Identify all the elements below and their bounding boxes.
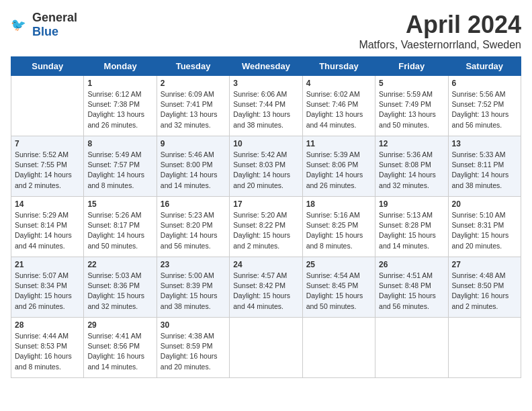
calendar-cell: 11Sunrise: 5:39 AM Sunset: 8:06 PM Dayli… bbox=[302, 136, 375, 197]
calendar-cell: 28Sunrise: 4:44 AM Sunset: 8:53 PM Dayli… bbox=[11, 318, 84, 378]
day-number: 3 bbox=[233, 79, 298, 88]
day-number: 6 bbox=[452, 79, 517, 88]
day-number: 28 bbox=[15, 320, 80, 330]
calendar-cell: 27Sunrise: 4:48 AM Sunset: 8:50 PM Dayli… bbox=[448, 257, 521, 318]
day-info: Sunrise: 6:06 AM Sunset: 7:44 PM Dayligh… bbox=[233, 89, 298, 130]
calendar-cell: 10Sunrise: 5:42 AM Sunset: 8:03 PM Dayli… bbox=[230, 136, 302, 197]
day-number: 2 bbox=[161, 79, 226, 88]
day-number: 5 bbox=[379, 79, 444, 88]
day-number: 10 bbox=[233, 139, 298, 148]
day-info: Sunrise: 5:00 AM Sunset: 8:39 PM Dayligh… bbox=[161, 271, 226, 312]
day-number: 22 bbox=[87, 260, 152, 269]
calendar-table: SundayMondayTuesdayWednesdayThursdayFrid… bbox=[11, 56, 521, 378]
calendar-cell: 29Sunrise: 4:41 AM Sunset: 8:56 PM Dayli… bbox=[84, 318, 157, 378]
day-number: 12 bbox=[379, 139, 444, 148]
calendar-header-row: SundayMondayTuesdayWednesdayThursdayFrid… bbox=[11, 57, 521, 76]
calendar-cell: 3Sunrise: 6:06 AM Sunset: 7:44 PM Daylig… bbox=[230, 76, 302, 136]
day-info: Sunrise: 5:39 AM Sunset: 8:06 PM Dayligh… bbox=[306, 150, 371, 191]
location-title: Matfors, Vaesternorrland, Sweden bbox=[359, 39, 521, 51]
calendar-cell: 19Sunrise: 5:13 AM Sunset: 8:28 PM Dayli… bbox=[375, 197, 448, 257]
day-number: 9 bbox=[161, 139, 226, 148]
day-info: Sunrise: 4:41 AM Sunset: 8:56 PM Dayligh… bbox=[87, 331, 152, 372]
day-info: Sunrise: 6:02 AM Sunset: 7:46 PM Dayligh… bbox=[306, 89, 371, 130]
day-header-wednesday: Wednesday bbox=[230, 57, 302, 76]
calendar-cell: 22Sunrise: 5:03 AM Sunset: 8:36 PM Dayli… bbox=[84, 257, 157, 318]
day-info: Sunrise: 4:38 AM Sunset: 8:59 PM Dayligh… bbox=[161, 331, 226, 372]
day-number: 7 bbox=[15, 139, 80, 148]
calendar-cell: 8Sunrise: 5:49 AM Sunset: 7:57 PM Daylig… bbox=[84, 136, 157, 197]
day-header-friday: Friday bbox=[375, 57, 448, 76]
calendar-cell: 13Sunrise: 5:33 AM Sunset: 8:11 PM Dayli… bbox=[448, 136, 521, 197]
day-number: 23 bbox=[161, 260, 226, 269]
day-info: Sunrise: 6:12 AM Sunset: 7:38 PM Dayligh… bbox=[87, 89, 152, 130]
calendar-cell: 15Sunrise: 5:26 AM Sunset: 8:17 PM Dayli… bbox=[84, 197, 157, 257]
day-number: 21 bbox=[15, 260, 80, 269]
calendar-cell: 5Sunrise: 5:59 AM Sunset: 7:49 PM Daylig… bbox=[375, 76, 448, 136]
day-number: 13 bbox=[452, 139, 517, 148]
calendar-week-row: 21Sunrise: 5:07 AM Sunset: 8:34 PM Dayli… bbox=[11, 257, 521, 318]
day-info: Sunrise: 4:57 AM Sunset: 8:42 PM Dayligh… bbox=[233, 271, 298, 312]
day-info: Sunrise: 4:48 AM Sunset: 8:50 PM Dayligh… bbox=[452, 271, 517, 312]
day-info: Sunrise: 5:49 AM Sunset: 7:57 PM Dayligh… bbox=[87, 150, 152, 191]
day-number: 24 bbox=[233, 260, 298, 269]
title-area: April 2024 Matfors, Vaesternorrland, Swe… bbox=[359, 11, 521, 51]
day-info: Sunrise: 5:52 AM Sunset: 7:55 PM Dayligh… bbox=[15, 150, 80, 191]
day-number: 26 bbox=[379, 260, 444, 269]
day-info: Sunrise: 5:29 AM Sunset: 8:14 PM Dayligh… bbox=[15, 210, 80, 251]
day-header-monday: Monday bbox=[84, 57, 157, 76]
calendar-cell bbox=[11, 76, 84, 136]
day-info: Sunrise: 6:09 AM Sunset: 7:41 PM Dayligh… bbox=[161, 89, 226, 130]
day-number: 30 bbox=[161, 320, 226, 330]
day-info: Sunrise: 5:20 AM Sunset: 8:22 PM Dayligh… bbox=[233, 210, 298, 251]
day-info: Sunrise: 5:13 AM Sunset: 8:28 PM Dayligh… bbox=[379, 210, 444, 251]
calendar-cell: 6Sunrise: 5:56 AM Sunset: 7:52 PM Daylig… bbox=[448, 76, 521, 136]
calendar-week-row: 14Sunrise: 5:29 AM Sunset: 8:14 PM Dayli… bbox=[11, 197, 521, 257]
page-header: 🐦 General Blue April 2024 Matfors, Vaest… bbox=[11, 11, 521, 51]
calendar-cell bbox=[448, 318, 521, 378]
day-number: 20 bbox=[452, 199, 517, 209]
logo-icon: 🐦 bbox=[11, 15, 30, 34]
day-number: 14 bbox=[15, 199, 80, 209]
calendar-cell: 16Sunrise: 5:23 AM Sunset: 8:20 PM Dayli… bbox=[157, 197, 229, 257]
day-info: Sunrise: 5:07 AM Sunset: 8:34 PM Dayligh… bbox=[15, 271, 80, 312]
day-number: 1 bbox=[87, 79, 152, 88]
month-title: April 2024 bbox=[359, 11, 521, 39]
logo-general: General bbox=[32, 11, 77, 24]
calendar-week-row: 28Sunrise: 4:44 AM Sunset: 8:53 PM Dayli… bbox=[11, 318, 521, 378]
calendar-cell: 23Sunrise: 5:00 AM Sunset: 8:39 PM Dayli… bbox=[157, 257, 229, 318]
day-header-sunday: Sunday bbox=[11, 57, 84, 76]
day-info: Sunrise: 5:23 AM Sunset: 8:20 PM Dayligh… bbox=[161, 210, 226, 251]
day-info: Sunrise: 5:10 AM Sunset: 8:31 PM Dayligh… bbox=[452, 210, 517, 251]
day-info: Sunrise: 5:59 AM Sunset: 7:49 PM Dayligh… bbox=[379, 89, 444, 130]
day-info: Sunrise: 5:33 AM Sunset: 8:11 PM Dayligh… bbox=[452, 150, 517, 191]
day-info: Sunrise: 5:46 AM Sunset: 8:00 PM Dayligh… bbox=[161, 150, 226, 191]
calendar-body: 1Sunrise: 6:12 AM Sunset: 7:38 PM Daylig… bbox=[11, 76, 521, 378]
calendar-cell: 9Sunrise: 5:46 AM Sunset: 8:00 PM Daylig… bbox=[157, 136, 229, 197]
day-info: Sunrise: 4:54 AM Sunset: 8:45 PM Dayligh… bbox=[306, 271, 371, 312]
calendar-cell: 14Sunrise: 5:29 AM Sunset: 8:14 PM Dayli… bbox=[11, 197, 84, 257]
day-number: 29 bbox=[87, 320, 152, 330]
day-info: Sunrise: 5:16 AM Sunset: 8:25 PM Dayligh… bbox=[306, 210, 371, 251]
day-number: 17 bbox=[233, 199, 298, 209]
day-info: Sunrise: 5:26 AM Sunset: 8:17 PM Dayligh… bbox=[87, 210, 152, 251]
day-info: Sunrise: 5:36 AM Sunset: 8:08 PM Dayligh… bbox=[379, 150, 444, 191]
day-header-tuesday: Tuesday bbox=[157, 57, 229, 76]
day-number: 4 bbox=[306, 79, 371, 88]
day-info: Sunrise: 5:03 AM Sunset: 8:36 PM Dayligh… bbox=[87, 271, 152, 312]
logo-blue: Blue bbox=[32, 25, 58, 38]
calendar-cell bbox=[230, 318, 302, 378]
day-number: 15 bbox=[87, 199, 152, 209]
calendar-cell: 20Sunrise: 5:10 AM Sunset: 8:31 PM Dayli… bbox=[448, 197, 521, 257]
calendar-cell: 24Sunrise: 4:57 AM Sunset: 8:42 PM Dayli… bbox=[230, 257, 302, 318]
calendar-week-row: 7Sunrise: 5:52 AM Sunset: 7:55 PM Daylig… bbox=[11, 136, 521, 197]
day-header-thursday: Thursday bbox=[302, 57, 375, 76]
day-header-saturday: Saturday bbox=[448, 57, 521, 76]
calendar-week-row: 1Sunrise: 6:12 AM Sunset: 7:38 PM Daylig… bbox=[11, 76, 521, 136]
svg-text:🐦: 🐦 bbox=[11, 17, 26, 32]
calendar-cell: 17Sunrise: 5:20 AM Sunset: 8:22 PM Dayli… bbox=[230, 197, 302, 257]
day-number: 11 bbox=[306, 139, 371, 148]
calendar-cell: 2Sunrise: 6:09 AM Sunset: 7:41 PM Daylig… bbox=[157, 76, 229, 136]
logo: 🐦 General Blue bbox=[11, 11, 77, 39]
day-info: Sunrise: 4:44 AM Sunset: 8:53 PM Dayligh… bbox=[15, 331, 80, 372]
day-number: 18 bbox=[306, 199, 371, 209]
